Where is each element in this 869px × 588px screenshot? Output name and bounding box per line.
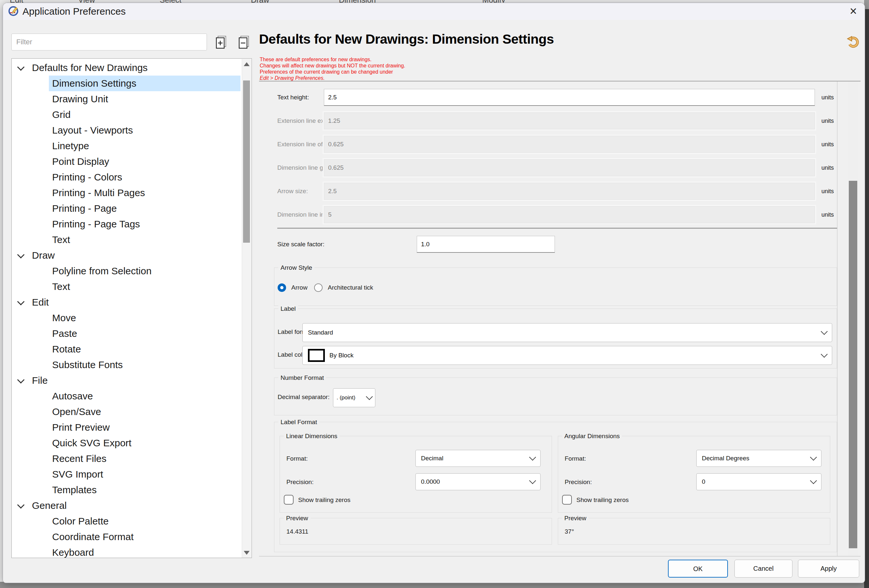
color-swatch [308,349,325,362]
angular-show-trailing-zeros-label[interactable]: Show trailing zeros [576,496,629,504]
tree-item-polyline-from-selection[interactable]: Polyline from Selection [12,263,242,279]
chevron-down-icon [529,477,536,484]
number-format-group: Number Format Decimal separator: . (poin… [274,378,837,415]
tree-item-label: Substitute Fonts [52,357,123,373]
units-label: units [822,159,834,176]
scroll-up-icon[interactable] [244,62,249,66]
tree-item-text[interactable]: Text [12,279,242,295]
arrow-radio-label[interactable]: Arrow [291,284,308,291]
ok-button[interactable]: OK [668,560,728,578]
tree-item-quick-svg-export[interactable]: Quick SVG Export [12,435,242,451]
tree-item-printing-page[interactable]: Printing - Page [12,201,242,216]
tree-item-printing-multi-pages[interactable]: Printing - Multi Pages [12,185,242,201]
tree-item-label: Recent Files [52,451,107,467]
collapse-all-icon[interactable] [237,35,252,50]
tree-group-draw[interactable]: Draw [12,247,242,263]
chevron-down-icon[interactable] [17,251,25,259]
tree-item-autosave[interactable]: Autosave [12,388,242,404]
dimension-line-gap-value: 0.625 [328,164,344,171]
filter-input[interactable] [11,34,207,50]
dimension-line-increment-value: 5 [328,211,332,218]
tree-group-defaults-for-new-drawings[interactable]: Defaults for New Drawings [12,60,242,76]
architectural-tick-radio-label[interactable]: Architectural tick [328,284,373,291]
label-font-dropdown[interactable]: Standard [303,323,832,342]
tree-item-point-display[interactable]: Point Display [12,154,242,169]
close-icon[interactable]: × [850,3,857,20]
architectural-tick-radio[interactable] [314,283,323,292]
linear-show-trailing-zeros-checkbox[interactable] [284,495,294,505]
angular-dimensions-legend: Angular Dimensions [562,432,622,440]
tree-item-svg-import[interactable]: SVG Import [12,467,242,482]
angular-precision-label: Precision: [565,478,592,486]
dialog-titlebar[interactable]: Application Preferences × [3,3,865,20]
tree-item-label: Color Palette [52,513,108,529]
angular-precision-dropdown[interactable]: 0 [696,473,822,490]
tree-group-general[interactable]: General [12,498,242,513]
decimal-separator-dropdown[interactable]: . (point) [333,388,375,407]
tree-item-rotate[interactable]: Rotate [12,341,242,357]
linear-precision-dropdown[interactable]: 0.0000 [415,473,541,490]
arrow-size-input: 2.5 [324,183,815,200]
tree-item-recent-files[interactable]: Recent Files [12,451,242,467]
warning-line: Preferences of the current drawing can b… [260,69,405,75]
tree-item-templates[interactable]: Templates [12,482,242,498]
size-scale-input[interactable]: 1.0 [417,236,555,253]
arrow-style-group: Arrow Style Arrow Architectural tick [274,267,837,306]
tree-item-printing-colors[interactable]: Printing - Colors [12,169,242,185]
chevron-down-icon [821,351,827,358]
tree-scrollbar[interactable] [242,59,251,558]
tree-item-dimension-settings[interactable]: Dimension Settings [12,76,242,91]
tree-item-move[interactable]: Move [12,310,242,326]
preview-legend: Preview [284,515,310,522]
tree-item-coordinate-format[interactable]: Coordinate Format [12,529,242,545]
tree-item-keyboard[interactable]: Keyboard [12,545,242,558]
tree-item-linetype[interactable]: Linetype [12,138,242,154]
size-scale-label: Size scale factor: [277,236,325,253]
tree-item-print-preview[interactable]: Print Preview [12,419,242,435]
tree-item-color-palette[interactable]: Color Palette [12,513,242,529]
chevron-down-icon[interactable] [17,501,25,509]
label-font-value: Standard [308,329,333,336]
label-group: Label Label font: Standard Label color: … [274,308,837,369]
tree-item-open-save[interactable]: Open/Save [12,404,242,419]
preferences-tree[interactable]: Defaults for New DrawingsDimension Setti… [11,58,252,558]
chevron-down-icon [821,328,827,335]
reset-to-defaults-icon[interactable] [846,36,860,49]
tree-scrollbar-thumb[interactable] [243,80,250,243]
angular-show-trailing-zeros-checkbox[interactable] [562,495,572,505]
qcad-app-icon [8,6,19,17]
tree-item-layout-viewports[interactable]: Layout - Viewports [12,123,242,138]
expand-all-icon[interactable] [214,35,229,50]
scroll-down-icon[interactable] [244,551,249,555]
form-scrollbar-thumb[interactable] [849,181,857,548]
dimension-line-increment-input: 5 [324,206,815,223]
tree-item-label: Draw [32,247,55,263]
label-color-dropdown[interactable]: By Block [303,346,832,365]
tree-item-paste[interactable]: Paste [12,326,242,341]
text-height-input[interactable]: 2.5 [324,89,815,106]
tree-item-label: General [32,498,67,513]
cancel-button[interactable]: Cancel [734,560,792,578]
chevron-down-icon[interactable] [17,298,25,305]
tree-group-file[interactable]: File [12,373,242,388]
tree-item-drawing-unit[interactable]: Drawing Unit [12,91,242,107]
angular-format-dropdown[interactable]: Decimal Degrees [696,450,822,467]
tree-group-edit[interactable]: Edit [12,295,242,310]
tree-item-text[interactable]: Text [12,232,242,247]
arrow-radio[interactable] [277,283,286,292]
linear-show-trailing-zeros-label[interactable]: Show trailing zeros [298,496,351,504]
tree-item-substitute-fonts[interactable]: Substitute Fonts [12,357,242,373]
linear-preview-value: 14.4311 [286,528,308,535]
background-menu-draw: Draw [251,0,269,3]
linear-format-dropdown[interactable]: Decimal [415,450,541,467]
application-preferences-dialog: Application Preferences × Defaults for N… [3,3,865,583]
chevron-down-icon[interactable] [17,376,25,384]
tree-item-label: Point Display [52,154,109,169]
dialog-title: Application Preferences [22,3,126,20]
chevron-down-icon[interactable] [17,64,25,71]
tree-item-label: Quick SVG Export [52,435,131,451]
form-scrollbar[interactable] [848,81,858,556]
tree-item-grid[interactable]: Grid [12,107,242,123]
apply-button[interactable]: Apply [798,560,859,578]
tree-item-printing-page-tags[interactable]: Printing - Page Tags [12,216,242,232]
